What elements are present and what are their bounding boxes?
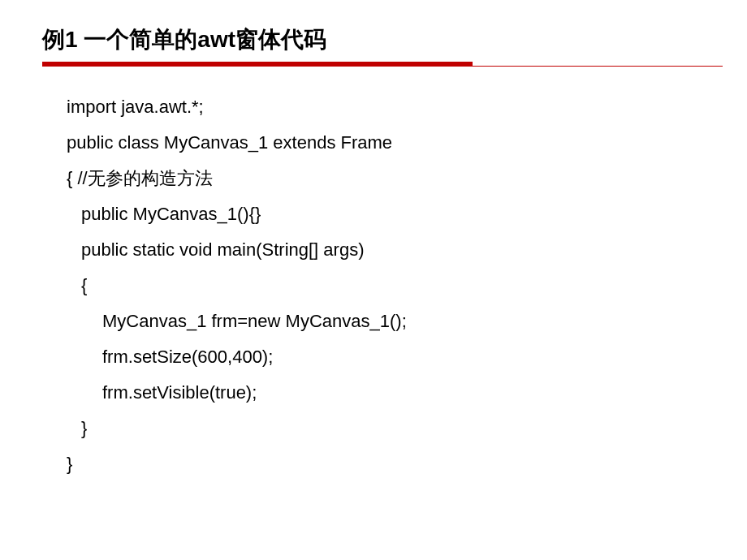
- code-comment: 无参的构造方法: [88, 168, 213, 188]
- code-line-6: {: [67, 268, 747, 304]
- slide-container: 例1 一个简单的awt窗体代码 import java.awt.*; publi…: [0, 0, 747, 560]
- code-line-5: public static void main(String[] args): [67, 232, 747, 268]
- code-line-7: MyCanvas_1 frm=new MyCanvas_1();: [67, 304, 747, 339]
- code-line-8: frm.setSize(600,400);: [67, 339, 747, 375]
- slide-title: 例1 一个简单的awt窗体代码: [0, 0, 747, 62]
- code-line-2: public class MyCanvas_1 extends Frame: [67, 125, 747, 161]
- code-line-9: frm.setVisible(true);: [67, 375, 747, 411]
- code-line-1: import java.awt.*;: [67, 89, 747, 125]
- brace-open: { //: [67, 168, 88, 188]
- code-line-4: public MyCanvas_1(){}: [67, 196, 747, 232]
- code-line-10: }: [67, 411, 747, 446]
- code-line-11: }: [67, 446, 747, 482]
- code-block: import java.awt.*; public class MyCanvas…: [0, 67, 747, 482]
- code-line-3: { //无参的构造方法: [67, 161, 747, 196]
